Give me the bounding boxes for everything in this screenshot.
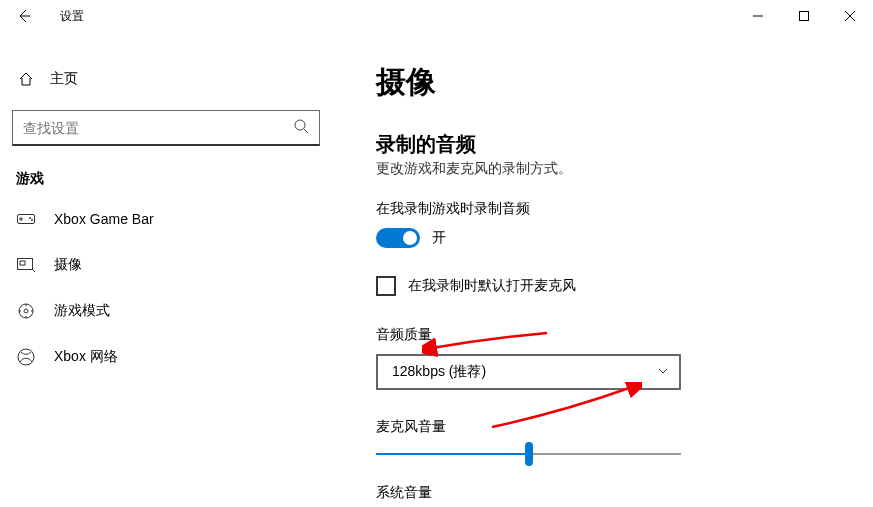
audio-quality-dropdown[interactable]: 128kbps (推荐) — [376, 354, 681, 390]
mic-checkbox-label: 在我录制时默认打开麦克风 — [408, 277, 576, 295]
sidebar-item-label: 摄像 — [54, 256, 82, 274]
slider-track-empty — [529, 453, 682, 455]
svg-point-9 — [18, 349, 34, 365]
svg-point-3 — [29, 217, 31, 219]
chevron-down-icon — [657, 363, 669, 381]
minimize-icon — [753, 11, 763, 21]
home-label: 主页 — [50, 70, 78, 88]
toggle-state-label: 开 — [432, 229, 446, 247]
close-button[interactable] — [827, 0, 873, 32]
sidebar-item-xbox-network[interactable]: Xbox 网络 — [0, 334, 332, 380]
game-bar-icon — [16, 212, 36, 226]
back-button[interactable] — [8, 0, 40, 32]
sidebar-item-label: Xbox 网络 — [54, 348, 118, 366]
record-audio-label: 在我录制游戏时录制音频 — [376, 200, 833, 218]
close-icon — [845, 11, 855, 21]
home-nav[interactable]: 主页 — [0, 62, 332, 96]
maximize-button[interactable] — [781, 0, 827, 32]
sidebar-item-game-mode[interactable]: 游戏模式 — [0, 288, 332, 334]
system-volume-label: 系统音量 — [376, 484, 833, 502]
content-area: 摄像 录制的音频 更改游戏和麦克风的录制方式。 在我录制游戏时录制音频 开 在我… — [332, 32, 873, 507]
slider-track-fill — [376, 453, 529, 455]
svg-point-7 — [19, 304, 33, 318]
audio-quality-label: 音频质量 — [376, 326, 833, 344]
sidebar-item-label: 游戏模式 — [54, 302, 110, 320]
svg-rect-6 — [20, 261, 25, 265]
category-label: 游戏 — [0, 154, 332, 196]
maximize-icon — [799, 11, 809, 21]
sidebar-item-capture[interactable]: 摄像 — [0, 242, 332, 288]
minimize-button[interactable] — [735, 0, 781, 32]
record-audio-toggle[interactable] — [376, 228, 420, 248]
toggle-knob — [403, 231, 417, 245]
section-title: 录制的音频 — [376, 131, 833, 158]
game-mode-icon — [16, 302, 36, 320]
svg-rect-0 — [800, 12, 809, 21]
arrow-left-icon — [16, 8, 32, 24]
capture-icon — [16, 258, 36, 272]
svg-point-8 — [24, 309, 28, 313]
dropdown-value: 128kbps (推荐) — [392, 363, 486, 381]
section-desc: 更改游戏和麦克风的录制方式。 — [376, 160, 833, 178]
slider-thumb[interactable] — [525, 442, 533, 466]
home-icon — [16, 71, 36, 87]
search-box[interactable] — [12, 110, 320, 146]
mic-volume-slider[interactable] — [376, 446, 681, 462]
search-icon — [293, 118, 309, 138]
xbox-network-icon — [16, 348, 36, 366]
page-title: 摄像 — [376, 62, 833, 103]
search-input[interactable] — [23, 120, 293, 136]
mic-default-checkbox[interactable] — [376, 276, 396, 296]
svg-point-4 — [31, 219, 33, 221]
sidebar-item-label: Xbox Game Bar — [54, 211, 154, 227]
sidebar: 主页 游戏 — [0, 32, 332, 507]
mic-volume-label: 麦克风音量 — [376, 418, 833, 436]
window-title: 设置 — [60, 8, 84, 25]
svg-point-1 — [295, 120, 305, 130]
sidebar-item-xbox-game-bar[interactable]: Xbox Game Bar — [0, 196, 332, 242]
